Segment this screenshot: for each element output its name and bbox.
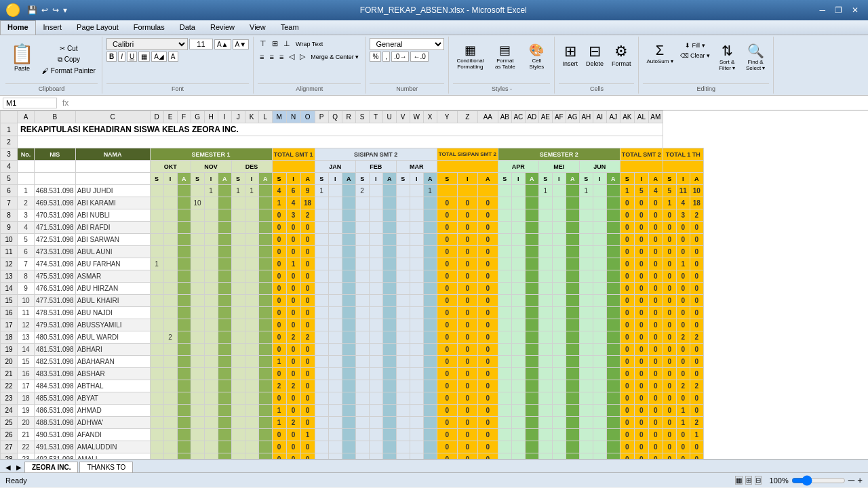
col-a[interactable]: A — [18, 111, 35, 123]
col-b[interactable]: B — [35, 111, 76, 123]
fill-button[interactable]: ⬇ Fill ▾ — [678, 41, 713, 50]
formula-input[interactable] — [74, 99, 865, 107]
minimize-button[interactable]: ─ — [815, 4, 829, 16]
align-top-button[interactable]: ⊤ — [258, 38, 269, 49]
format-painter-button[interactable]: 🖌 Format Painter — [40, 66, 98, 76]
percent-button[interactable]: % — [370, 52, 381, 62]
format-as-table-button[interactable]: ▤ Formatas Table — [490, 41, 520, 72]
normal-view-button[interactable]: ▦ — [735, 476, 743, 485]
col-aj[interactable]: AJ — [606, 111, 620, 123]
indent-decrease-button[interactable]: ◁ — [287, 51, 296, 62]
tab-view[interactable]: View — [242, 20, 273, 35]
copy-button[interactable]: ⧉ Copy — [40, 54, 98, 65]
col-ag[interactable]: AG — [566, 111, 579, 123]
tab-insert[interactable]: Insert — [36, 20, 70, 35]
col-x[interactable]: X — [423, 111, 437, 123]
wrap-text-button[interactable]: Wrap Text — [294, 39, 325, 49]
undo-button[interactable]: ↩ — [40, 5, 50, 16]
customize-button[interactable]: ▾ — [62, 5, 68, 16]
sheet-nav-right[interactable]: ▶ — [14, 462, 24, 472]
page-layout-view-button[interactable]: ⊞ — [745, 476, 752, 485]
merge-center-button[interactable]: Merge & Center ▾ — [309, 52, 361, 62]
cut-button[interactable]: ✂ Cut — [40, 43, 98, 54]
col-af[interactable]: AF — [552, 111, 566, 123]
find-select-button[interactable]: 🔍 Find &Select ▾ — [742, 41, 769, 73]
col-ah[interactable]: AH — [579, 111, 593, 123]
col-f[interactable]: F — [177, 111, 191, 123]
col-v[interactable]: V — [396, 111, 410, 123]
col-q[interactable]: Q — [328, 111, 342, 123]
indent-increase-button[interactable]: ▷ — [298, 51, 307, 62]
col-g[interactable]: G — [191, 111, 204, 123]
redo-button[interactable]: ↪ — [51, 5, 60, 16]
close-button[interactable]: ✕ — [848, 4, 863, 16]
tab-formulas[interactable]: Formulas — [126, 20, 172, 35]
sort-filter-button[interactable]: ⇅ Sort &Filter ▾ — [713, 41, 741, 73]
increase-decimal-button[interactable]: .0→ — [391, 52, 409, 62]
col-k[interactable]: K — [245, 111, 258, 123]
bold-button[interactable]: B — [106, 52, 117, 62]
col-al[interactable]: AL — [634, 111, 648, 123]
align-bottom-button[interactable]: ⊥ — [281, 38, 292, 49]
col-z[interactable]: Z — [457, 111, 477, 123]
sheet-nav-left[interactable]: ◀ — [3, 462, 14, 472]
tab-team[interactable]: Team — [273, 20, 307, 35]
page-break-view-button[interactable]: ⊟ — [755, 476, 762, 485]
col-ab[interactable]: AB — [498, 111, 511, 123]
clear-button[interactable]: ⌫ Clear ▾ — [678, 51, 713, 60]
tab-review[interactable]: Review — [203, 20, 242, 35]
tab-page-layout[interactable]: Page Layout — [69, 20, 126, 35]
col-am[interactable]: AM — [648, 111, 663, 123]
col-e[interactable]: E — [163, 111, 177, 123]
maximize-button[interactable]: ❐ — [831, 4, 846, 16]
col-c[interactable]: C — [75, 111, 150, 123]
fill-color-button[interactable]: A◢ — [151, 52, 167, 62]
font-size-increase[interactable]: A▲ — [214, 39, 231, 49]
insert-cells-button[interactable]: ⊞ Insert — [559, 41, 581, 69]
col-y[interactable]: Y — [437, 111, 457, 123]
autosum-button[interactable]: Σ AutoSum ▾ — [643, 41, 676, 73]
col-ae[interactable]: AE — [538, 111, 552, 123]
col-h[interactable]: H — [204, 111, 218, 123]
col-ad[interactable]: AD — [525, 111, 538, 123]
border-button[interactable]: ▦ — [138, 52, 150, 62]
sheet-tab-zeora[interactable]: ZEORA INC. — [24, 462, 78, 472]
col-t[interactable]: T — [369, 111, 382, 123]
col-n[interactable]: N — [286, 111, 300, 123]
align-center-button[interactable]: ≡ — [268, 52, 276, 62]
font-size-decrease[interactable]: A▼ — [233, 39, 250, 49]
conditional-formatting-button[interactable]: ▦ ConditionalFormatting — [453, 41, 487, 72]
tab-data[interactable]: Data — [172, 20, 203, 35]
align-right-button[interactable]: ≡ — [277, 52, 285, 62]
align-middle-button[interactable]: ⊞ — [270, 38, 280, 49]
col-s[interactable]: S — [355, 111, 369, 123]
col-u[interactable]: U — [382, 111, 396, 123]
paste-button[interactable]: 📋 Paste — [5, 41, 39, 74]
save-button[interactable]: 💾 — [26, 5, 39, 16]
col-i[interactable]: I — [218, 111, 231, 123]
underline-button[interactable]: U — [127, 52, 137, 62]
col-ak[interactable]: AK — [620, 111, 634, 123]
font-color-button[interactable]: A — [168, 52, 178, 62]
decrease-decimal-button[interactable]: ←.0 — [410, 52, 428, 62]
col-aa[interactable]: AA — [477, 111, 498, 123]
col-ai[interactable]: AI — [593, 111, 606, 123]
zoom-slider[interactable] — [791, 475, 846, 486]
font-name-select[interactable]: Calibri — [106, 38, 188, 50]
tab-home[interactable]: Home — [0, 20, 36, 35]
delete-cells-button[interactable]: ⊟ Delete — [583, 41, 607, 69]
grid-scroll-area[interactable]: A B C D E F G H I J K L M N O P Q — [0, 110, 868, 459]
col-o[interactable]: O — [300, 111, 315, 123]
font-size-input[interactable] — [189, 39, 213, 49]
name-box[interactable] — [3, 98, 57, 108]
col-r[interactable]: R — [342, 111, 355, 123]
align-left-button[interactable]: ≡ — [258, 52, 266, 62]
cell-styles-button[interactable]: 🎨 CellStyles — [523, 41, 550, 72]
comma-button[interactable]: , — [382, 52, 390, 62]
zoom-out-button[interactable]: ─ — [848, 475, 854, 485]
zoom-in-button[interactable]: + — [857, 475, 863, 485]
col-ac[interactable]: AC — [511, 111, 525, 123]
col-p[interactable]: P — [315, 111, 328, 123]
number-format-select[interactable]: General — [370, 38, 444, 50]
col-j[interactable]: J — [231, 111, 245, 123]
